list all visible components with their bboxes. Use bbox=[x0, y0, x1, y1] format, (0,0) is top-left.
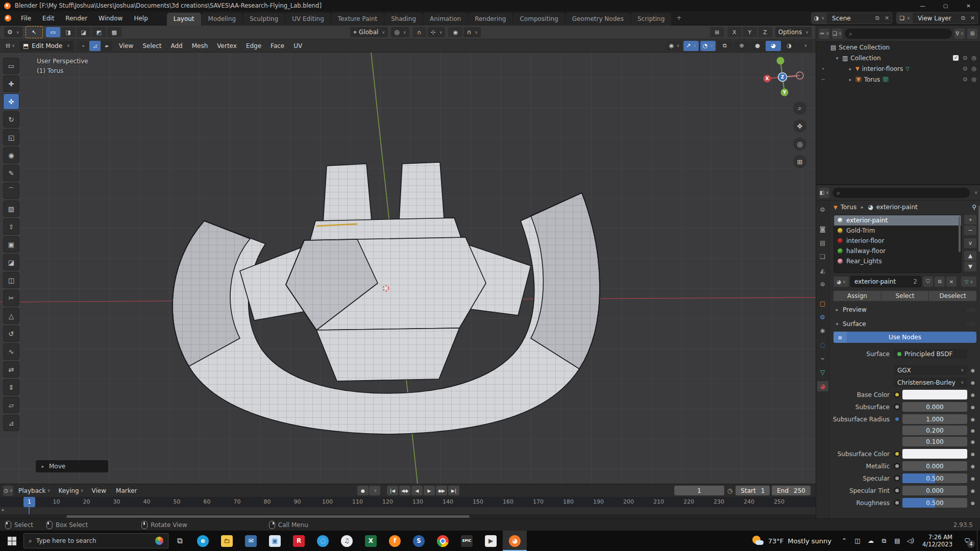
show-gizmo-toggle[interactable]: ↗∨ bbox=[683, 41, 699, 51]
tool-smooth[interactable]: ∿ bbox=[3, 343, 19, 360]
outliner-row-torus[interactable]: ⌐ ▸ ▼ Torus ▽ ⊙ ◎ bbox=[816, 74, 980, 85]
view-layer-remove-icon[interactable]: ✕ bbox=[968, 15, 977, 21]
tab-physics[interactable]: ◌ bbox=[817, 340, 828, 350]
app-epic[interactable]: EPIC bbox=[455, 531, 479, 551]
material-name-field[interactable]: exterior-paint 2 bbox=[850, 276, 921, 287]
tool-poly-build[interactable]: △ bbox=[3, 308, 19, 324]
animate-dot[interactable]: ● bbox=[969, 405, 976, 410]
select-mode-new[interactable]: ▭ bbox=[46, 27, 60, 37]
edge-select-mode[interactable]: ◿ bbox=[89, 41, 101, 51]
object-render-icon[interactable]: ◎ bbox=[971, 76, 976, 83]
blender-app-menu[interactable] bbox=[0, 15, 15, 21]
weather-widget[interactable]: 73°F Mostly sunny bbox=[746, 535, 838, 546]
gizmo-axis-ball[interactable] bbox=[777, 57, 785, 65]
vertex-select-mode[interactable]: ∙ bbox=[78, 41, 89, 51]
workspace-tab[interactable]: Rendering bbox=[468, 13, 512, 26]
viewport-menu-item[interactable]: UV bbox=[289, 42, 307, 49]
collection-label[interactable]: Collection bbox=[850, 55, 880, 62]
pin-icon[interactable]: ⚲ bbox=[972, 204, 976, 211]
tab-world[interactable]: ⊕ bbox=[817, 279, 828, 289]
tab-output[interactable]: ▤ bbox=[817, 238, 828, 248]
frame-end-field[interactable]: End250 bbox=[772, 486, 811, 495]
surface-panel-header[interactable]: ▾Surface:::: bbox=[829, 318, 980, 330]
tool-move[interactable]: ✜ bbox=[3, 93, 19, 110]
view-layer-icon[interactable]: ❏∨ bbox=[897, 13, 913, 23]
slot-specials-dropdown[interactable]: ∨ bbox=[964, 238, 976, 248]
viewport-menu-item[interactable]: Select bbox=[138, 42, 166, 49]
shading-solid[interactable]: ● bbox=[750, 41, 765, 51]
workspace-tab[interactable]: Texture Paint bbox=[331, 13, 384, 26]
tool-rip-region[interactable]: ⊿ bbox=[3, 415, 19, 431]
select-mode-intersect[interactable]: ▩ bbox=[107, 27, 121, 37]
scene-collection-label[interactable]: Scene Collection bbox=[839, 44, 890, 51]
workspace-tab[interactable]: Layout bbox=[167, 13, 201, 26]
tab-constraints[interactable]: ⌁ bbox=[817, 354, 828, 364]
mesh-symmetry-icon[interactable]: ⊞ bbox=[710, 27, 724, 37]
base-color-swatch[interactable] bbox=[902, 390, 967, 399]
animate-dot[interactable]: ● bbox=[969, 380, 976, 385]
viewport-menu-item[interactable]: Edge bbox=[241, 42, 266, 49]
properties-editor-type-icon[interactable]: ◧∨ bbox=[819, 188, 829, 198]
collection-render-icon[interactable]: ◎ bbox=[971, 55, 976, 61]
material-action-button[interactable]: Assign bbox=[834, 291, 881, 301]
timeline-expand-icon[interactable]: ▸ bbox=[2, 507, 5, 512]
input-socket[interactable] bbox=[894, 487, 900, 494]
navigation-gizmo[interactable]: X Z Y bbox=[764, 57, 804, 96]
tool-annotate[interactable]: ✎ bbox=[3, 165, 19, 181]
tool-loop-cut[interactable]: ◫ bbox=[3, 272, 19, 288]
frame-start-field[interactable]: Start1 bbox=[736, 486, 770, 495]
workspace-tab[interactable]: Sculpting bbox=[243, 13, 285, 26]
keying-options-dropdown[interactable]: ∨ bbox=[369, 486, 380, 495]
specular-value-slider[interactable]: 0.500 bbox=[902, 473, 967, 483]
minimize-button[interactable]: — bbox=[911, 0, 934, 11]
edit-mesh-object[interactable] bbox=[173, 162, 600, 434]
mirror-axis-toggle[interactable]: X bbox=[727, 27, 742, 37]
object-expand-icon[interactable]: ▸ bbox=[848, 77, 853, 82]
workspace-tab[interactable]: Animation bbox=[423, 13, 468, 26]
material-data-dropdown[interactable]: ▽∨ bbox=[961, 277, 976, 287]
active-tool-selector[interactable]: ⚙∨ bbox=[4, 27, 22, 37]
next-keyframe-button[interactable]: ◆▶ bbox=[436, 486, 447, 495]
timeline-menu-item[interactable]: Playback∨ bbox=[14, 487, 54, 494]
animate-dot[interactable]: ● bbox=[969, 488, 976, 493]
app-edge[interactable]: e bbox=[191, 531, 215, 551]
timeline-ruler[interactable]: 1020304050607080901001101201301401501601… bbox=[0, 497, 816, 507]
subsurface-value-slider[interactable]: 0.000 bbox=[902, 402, 967, 412]
proportional-falloff-dropdown[interactable]: ∩∨ bbox=[463, 27, 481, 37]
outliner-row-interior-floors[interactable]: • ▸ ▼ interior-floors ▽ ⊙ ◎ bbox=[816, 63, 980, 74]
menu-item[interactable]: Edit bbox=[37, 15, 60, 22]
workspace-tab[interactable]: Modeling bbox=[202, 13, 243, 26]
tab-view-layer[interactable]: ❏ bbox=[817, 252, 828, 262]
viewport-menu-item[interactable]: Add bbox=[166, 42, 187, 49]
tool-add-cube[interactable]: ▧ bbox=[3, 201, 19, 217]
input-socket[interactable] bbox=[894, 450, 900, 457]
add-workspace-button[interactable]: + bbox=[672, 12, 686, 24]
input-socket[interactable] bbox=[894, 475, 900, 482]
subsurface-radius-y[interactable]: 0.200 bbox=[902, 425, 967, 435]
surface-shader-dropdown[interactable]: Principled BSDF bbox=[894, 349, 967, 359]
slot-list-scrollbar[interactable] bbox=[959, 216, 961, 252]
use-preview-range-icon[interactable]: ◷ bbox=[727, 487, 732, 494]
animate-dot[interactable]: ● bbox=[969, 392, 976, 397]
outliner-row-collection[interactable]: ▾ ▥ Collection ✓ ⊙ ◎ bbox=[816, 53, 980, 63]
outliner-row-scene-collection[interactable]: ▤ Scene Collection bbox=[816, 42, 980, 53]
collection-checkbox[interactable]: ✓ bbox=[953, 55, 959, 61]
shading-options-dropdown[interactable]: ∨ bbox=[797, 41, 813, 51]
select-mode-subtract[interactable]: ◪ bbox=[77, 27, 91, 37]
workspace-tab[interactable]: Shading bbox=[384, 13, 423, 26]
copy-material-icon[interactable]: ⧉ bbox=[935, 277, 945, 287]
show-desktop-button[interactable] bbox=[977, 531, 980, 551]
animate-dot[interactable]: ● bbox=[969, 368, 976, 373]
current-frame-field[interactable]: 1 bbox=[674, 486, 724, 495]
timeline-editor-type-icon[interactable]: ◷∨ bbox=[3, 486, 13, 496]
tool-knife[interactable]: ✂ bbox=[3, 290, 19, 306]
face-select-mode[interactable]: ▰ bbox=[101, 41, 112, 51]
mirror-axis-toggle[interactable]: Z bbox=[758, 27, 772, 37]
scene-copy-icon[interactable]: ⧉ bbox=[873, 15, 882, 21]
tray-network-icon[interactable]: ▤ bbox=[891, 531, 904, 551]
editor-type-icon[interactable]: ⊟∨ bbox=[3, 41, 17, 51]
outliner-search-input[interactable]: ⌕ bbox=[845, 29, 952, 39]
animate-dot[interactable]: ● bbox=[969, 439, 976, 444]
tab-tool[interactable]: ⚙ bbox=[817, 205, 828, 215]
xray-toggle[interactable]: ⧉ bbox=[717, 41, 732, 51]
